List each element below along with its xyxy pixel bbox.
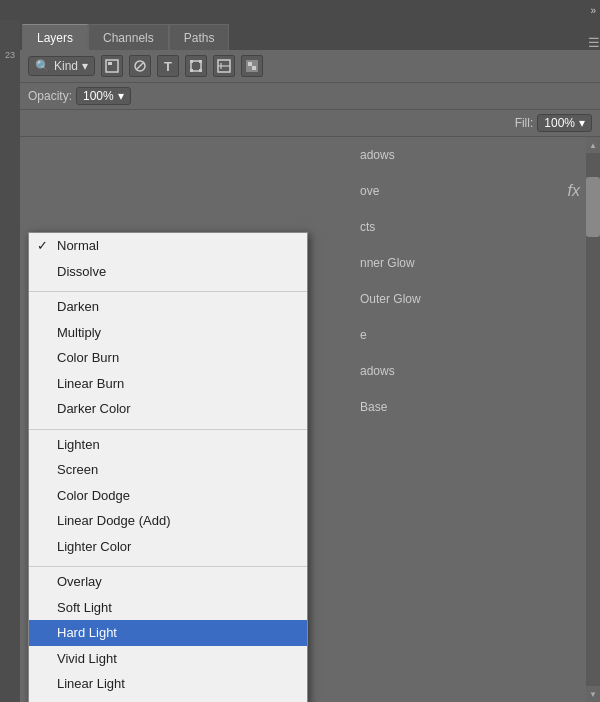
- blend-mode-item-linear-light[interactable]: Linear Light: [29, 671, 307, 697]
- image-filter-icon[interactable]: [101, 55, 123, 77]
- transform-filter-icon[interactable]: [185, 55, 207, 77]
- panel-arrows-icon[interactable]: »: [590, 5, 596, 16]
- svg-rect-6: [199, 60, 202, 63]
- panel-menu-icon[interactable]: ☰: [588, 35, 600, 50]
- layer-item-above: ove fx: [360, 173, 580, 209]
- tab-channels-label: Channels: [103, 31, 154, 45]
- tab-bar-right: ☰: [580, 35, 600, 50]
- layer-item-outer-glow: Outer Glow: [360, 281, 580, 317]
- right-layer-panel: adows ove fx cts nner Glow Outer Glow e …: [360, 137, 580, 425]
- layer-item-e: e: [360, 317, 580, 353]
- main-panel: Layers Channels Paths ☰ 🔍 Kind ▾: [20, 20, 600, 702]
- fill-dropdown[interactable]: 100% ▾: [537, 114, 592, 132]
- svg-rect-13: [248, 62, 252, 66]
- layer-item-effects: cts: [360, 209, 580, 245]
- scrollbar-thumb[interactable]: [586, 177, 600, 237]
- blend-mode-item-darker-color[interactable]: Darker Color: [29, 396, 307, 422]
- scrollbar-up-arrow[interactable]: ▲: [586, 137, 600, 153]
- opacity-label: Opacity:: [28, 89, 72, 103]
- blend-mode-item-linear-burn[interactable]: Linear Burn: [29, 371, 307, 397]
- tab-channels[interactable]: Channels: [88, 24, 169, 50]
- smart-filter-icon[interactable]: [213, 55, 235, 77]
- tab-paths-label: Paths: [184, 31, 215, 45]
- fx-label: fx: [568, 182, 580, 200]
- svg-rect-1: [108, 62, 112, 65]
- blend-mode-item-lighten[interactable]: Lighten: [29, 432, 307, 458]
- blend-mode-item-screen[interactable]: Screen: [29, 457, 307, 483]
- svg-line-3: [136, 62, 144, 70]
- blend-mode-item-hard-light[interactable]: Hard Light: [29, 620, 307, 646]
- fill-arrow-icon: ▾: [579, 116, 585, 130]
- blend-mode-item-color-burn[interactable]: Color Burn: [29, 345, 307, 371]
- layer-item-shadows2: adows: [360, 353, 580, 389]
- ruler-number: 23: [5, 50, 15, 60]
- text-filter-icon[interactable]: T: [157, 55, 179, 77]
- content-area: adows ove fx cts nner Glow Outer Glow e …: [20, 137, 600, 702]
- search-icon: 🔍: [35, 59, 50, 73]
- left-ruler: 23: [0, 20, 20, 702]
- blend-mode-item-color-dodge[interactable]: Color Dodge: [29, 483, 307, 509]
- top-bar: »: [0, 0, 600, 20]
- panel-container: 23 Layers Channels Paths ☰ 🔍 Kind ▾: [0, 20, 600, 702]
- scrollbar-down-arrow[interactable]: ▼: [586, 686, 600, 702]
- svg-rect-7: [190, 69, 193, 72]
- blend-mode-item-multiply[interactable]: Multiply: [29, 320, 307, 346]
- blend-mode-item-linear-dodge-add[interactable]: Linear Dodge (Add): [29, 508, 307, 534]
- svg-rect-0: [106, 60, 118, 72]
- svg-rect-5: [190, 60, 193, 63]
- tab-bar: Layers Channels Paths ☰: [20, 20, 600, 50]
- opacity-value: 100%: [83, 89, 114, 103]
- blend-mode-item-normal[interactable]: Normal: [29, 233, 307, 259]
- blend-mode-item-lighter-color[interactable]: Lighter Color: [29, 534, 307, 560]
- menu-separator: [29, 284, 307, 292]
- tab-layers-label: Layers: [37, 31, 73, 45]
- kind-dropdown[interactable]: 🔍 Kind ▾: [28, 56, 95, 76]
- menu-separator: [29, 422, 307, 430]
- opacity-arrow-icon: ▾: [118, 89, 124, 103]
- kind-dropdown-arrow-icon: ▾: [82, 59, 88, 73]
- opacity-row: Opacity: 100% ▾: [20, 83, 600, 110]
- blend-mode-item-dissolve[interactable]: Dissolve: [29, 259, 307, 285]
- menu-separator: [29, 559, 307, 567]
- tab-paths[interactable]: Paths: [169, 24, 230, 50]
- blend-mode-dropdown: NormalDissolveDarkenMultiplyColor BurnLi…: [28, 232, 308, 702]
- fill-value: 100%: [544, 116, 575, 130]
- circle-filter-icon[interactable]: [129, 55, 151, 77]
- scrollbar[interactable]: ▲ ▼: [586, 137, 600, 702]
- kind-label: Kind: [54, 59, 78, 73]
- layer-item-inner-glow: nner Glow: [360, 245, 580, 281]
- pixel-filter-icon[interactable]: [241, 55, 263, 77]
- tab-layers[interactable]: Layers: [22, 24, 88, 50]
- blend-mode-item-soft-light[interactable]: Soft Light: [29, 595, 307, 621]
- blend-mode-item-overlay[interactable]: Overlay: [29, 569, 307, 595]
- opacity-dropdown[interactable]: 100% ▾: [76, 87, 131, 105]
- svg-rect-14: [252, 66, 256, 70]
- fill-label: Fill:: [515, 116, 534, 130]
- layer-item-shadows: adows: [360, 137, 580, 173]
- toolbar-row: 🔍 Kind ▾ T: [20, 50, 600, 83]
- blend-mode-item-pin-light[interactable]: Pin Light: [29, 697, 307, 703]
- layer-item-base: Base: [360, 389, 580, 425]
- fill-row: Fill: 100% ▾: [20, 110, 600, 137]
- svg-rect-8: [199, 69, 202, 72]
- text-icon: T: [164, 59, 172, 74]
- blend-mode-item-vivid-light[interactable]: Vivid Light: [29, 646, 307, 672]
- blend-mode-item-darken[interactable]: Darken: [29, 294, 307, 320]
